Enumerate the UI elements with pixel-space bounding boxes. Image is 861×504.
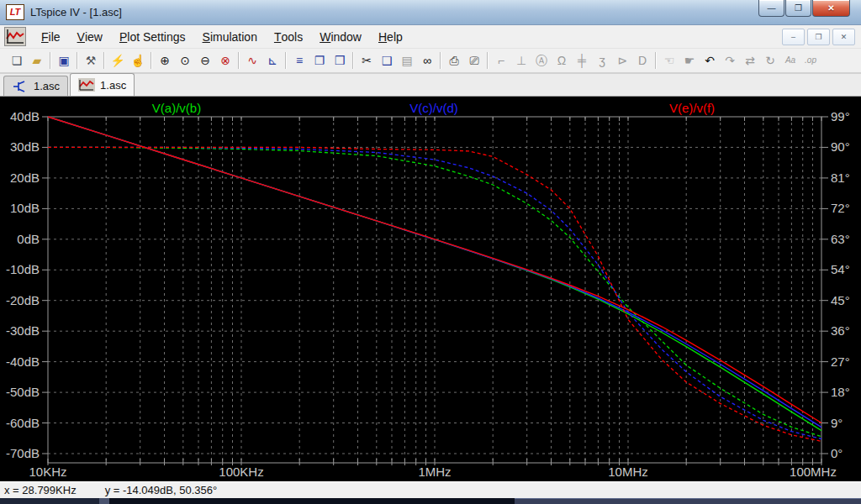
toolbar-place-diode-button: ⊳	[612, 50, 632, 71]
minimize-icon: —	[768, 3, 776, 13]
toolbar-find-button[interactable]: ∞	[417, 50, 437, 71]
menu-item-help[interactable]: Help	[370, 25, 411, 48]
taskbar-edge	[0, 498, 861, 504]
toolbar-mirror-button: ⇄	[740, 50, 760, 71]
toolbar-separator	[238, 52, 240, 69]
toolbar-separator	[487, 52, 489, 69]
print-preview-icon: ⎚	[469, 55, 478, 66]
x-tick-label: 10MHz	[608, 465, 648, 479]
y-left-tick-label: -70dB	[6, 446, 40, 460]
toolbar-place-component-button: D	[632, 50, 652, 71]
y-left-tick-label: -40dB	[6, 354, 40, 369]
tab-schematic-1asc[interactable]: 1.asc	[3, 76, 68, 96]
toolbar-plot-settings-button[interactable]: ⊾	[262, 50, 283, 71]
y-right-tick-label: 27°	[831, 354, 850, 369]
toolbar-separator	[50, 52, 51, 69]
mdi-minimize-icon: –	[791, 33, 795, 41]
mdi-window-controls: – ❐ ✕	[782, 29, 855, 45]
mdi-close-icon: ✕	[841, 33, 848, 41]
toolbar-print-button[interactable]: ⎙	[444, 50, 464, 71]
menu-item-plot-settings[interactable]: Plot Settings	[111, 25, 194, 48]
zoom-back-icon: ⊙	[180, 55, 190, 66]
copy-icon: ❑	[382, 55, 393, 66]
taskbar-segment	[0, 498, 99, 504]
menu-item-view[interactable]: View	[69, 25, 111, 48]
toolbar-separator	[103, 52, 105, 69]
status-bar: x = 28.799KHz y = -14.049dB, 50.356°	[0, 481, 861, 498]
toolbar-control-panel-button[interactable]: ⚒	[81, 50, 101, 71]
minimize-button[interactable]: —	[758, 0, 784, 17]
y-left-tick-label: 10dB	[10, 201, 40, 215]
place-inductor-icon: ʒ	[599, 55, 605, 66]
tab-label: 1.asc	[100, 79, 126, 92]
toolbar-cut-button[interactable]: ✂	[357, 50, 377, 71]
waveform-icon	[78, 78, 95, 92]
restore-icon: ❐	[795, 3, 802, 13]
y-left-tick-label: 30dB	[10, 139, 40, 154]
y-left-tick-label: -60dB	[6, 416, 40, 430]
window-title: LTspice IV - [1.asc]	[30, 6, 122, 18]
toolbar-tile-vertical-button[interactable]: ❒	[330, 50, 350, 71]
toolbar-place-ground-button: ⊥	[511, 50, 531, 71]
toolbar-undo-button[interactable]: ↶	[700, 50, 720, 71]
move-icon: ☜	[664, 55, 675, 66]
mdi-close-button[interactable]: ✕	[832, 29, 855, 45]
toolbar-paste-button: ▤	[397, 50, 417, 71]
toolbar-separator	[655, 52, 657, 69]
menu-item-tools[interactable]: Tools	[266, 25, 311, 48]
y-right-tick-label: 54°	[831, 262, 850, 276]
menu-item-window[interactable]: Window	[311, 25, 370, 48]
ltspice-window: LT LTspice IV - [1.asc] — ❐ ✕ FileViewPl…	[0, 0, 861, 504]
tab-waveform-1asc[interactable]: 1.asc	[70, 73, 135, 96]
place-diode-icon: ⊳	[617, 55, 627, 66]
y-left-tick-label: -20dB	[6, 293, 40, 307]
toolbar-open-file-button[interactable]: ▰	[27, 50, 47, 71]
bode-plot-canvas[interactable]: 40dB99°30dB90°20dB81°10dB72°0dB63°-10dB5…	[0, 97, 861, 481]
title-bar: LT LTspice IV - [1.asc] — ❐ ✕	[0, 0, 861, 25]
run-simulation-icon: ⚡	[110, 55, 124, 66]
paste-icon: ▤	[401, 55, 412, 66]
restore-button[interactable]: ❐	[785, 0, 811, 17]
window-controls: — ❐ ✕	[758, 0, 850, 17]
place-text-icon: Aa	[785, 56, 795, 65]
mdi-minimize-button[interactable]: –	[782, 29, 805, 45]
toolbar-place-capacitor-button: ╪	[572, 50, 592, 71]
toolbar-save-button[interactable]: ▣	[54, 50, 74, 71]
toolbar-zoom-out-button[interactable]: ⊖	[195, 50, 215, 71]
close-icon: ✕	[827, 3, 834, 13]
y-right-tick-label: 36°	[831, 323, 850, 338]
y-right-tick-label: 99°	[831, 109, 850, 123]
toolbar-separator	[285, 52, 287, 69]
toolbar-place-resistor-button: Ω	[552, 50, 572, 71]
main-toolbar: ❏▰▣⚒⚡☝⊕⊙⊖⊗∿⊾≡❐❒✂❑▤∞⎙⎚⌐⊥ⒶΩ╪ʒ⊳D☜☛↶↷⇄↻Aa.op	[0, 49, 861, 74]
toolbar-separator	[77, 52, 78, 69]
spice-directive-icon: .op	[805, 56, 816, 65]
toolbar-tile-horizontal-button[interactable]: ≡	[289, 50, 309, 71]
x-tick-label: 100KHz	[219, 465, 263, 479]
tile-horizontal-icon: ≡	[296, 55, 303, 66]
toolbar-zoom-full-extents-button[interactable]: ⊗	[215, 50, 235, 71]
toolbar-halt-simulation-button: ☝	[128, 50, 148, 71]
menu-bar: FileViewPlot SettingsSimulationToolsWind…	[0, 25, 861, 49]
toolbar-cascade-windows-button[interactable]: ❐	[309, 50, 330, 71]
toolbar-new-schematic-button[interactable]: ❏	[7, 50, 27, 71]
toolbar-zoom-back-button[interactable]: ⊙	[175, 50, 195, 71]
close-button[interactable]: ✕	[812, 0, 850, 17]
menu-item-simulation[interactable]: Simulation	[194, 25, 266, 48]
toolbar-rotate-button: ↻	[760, 50, 780, 71]
mdi-restore-button[interactable]: ❐	[807, 29, 830, 45]
toolbar-run-simulation-button[interactable]: ⚡	[108, 50, 128, 71]
toolbar-copy-button[interactable]: ❑	[377, 50, 397, 71]
tab-label: 1.asc	[34, 80, 60, 92]
y-left-tick-label: 0dB	[17, 232, 40, 246]
toolbar-autorange-y-axis-button[interactable]: ∿	[242, 50, 262, 71]
toolbar-zoom-in-button[interactable]: ⊕	[155, 50, 175, 71]
x-tick-label: 1MHz	[418, 465, 451, 479]
menu-item-file[interactable]: File	[33, 25, 69, 48]
drag-icon: ☛	[684, 55, 695, 66]
toolbar-print-preview-button[interactable]: ⎚	[464, 50, 484, 71]
cascade-windows-icon: ❐	[314, 55, 325, 66]
toolbar-separator	[151, 52, 152, 69]
tile-vertical-icon: ❒	[335, 55, 346, 66]
place-resistor-icon: Ω	[557, 55, 566, 66]
